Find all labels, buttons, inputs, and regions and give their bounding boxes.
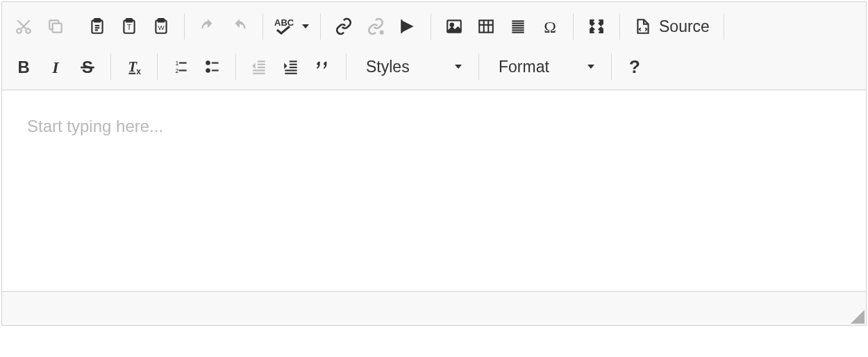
format-label: Format	[499, 58, 549, 76]
chevron-down-icon	[455, 65, 462, 69]
svg-rect-11	[126, 19, 133, 22]
horizontal-rule-icon	[509, 17, 527, 35]
resize-handle[interactable]	[851, 310, 865, 324]
separator	[320, 13, 321, 40]
rich-text-editor: T W	[1, 1, 867, 326]
svg-text:I: I	[51, 58, 59, 76]
paste-text-icon: T	[120, 17, 138, 35]
separator	[611, 53, 612, 80]
separator	[110, 53, 111, 80]
numbered-list-icon: 1 2	[172, 58, 190, 76]
svg-rect-22	[479, 20, 493, 32]
format-combo[interactable]: Format	[486, 53, 604, 81]
svg-rect-14	[158, 19, 165, 22]
source-icon	[634, 17, 652, 35]
paste-text-button[interactable]: T	[113, 10, 145, 42]
separator	[724, 13, 724, 40]
about-button[interactable]: ?	[619, 51, 651, 83]
spellcheck-button[interactable]: ABC	[270, 10, 313, 42]
horizontal-rule-button[interactable]	[502, 10, 534, 42]
italic-button[interactable]: I	[40, 51, 72, 83]
separator	[619, 13, 620, 40]
about-icon: ?	[626, 58, 644, 76]
separator	[573, 13, 574, 40]
bold-button[interactable]: B	[8, 51, 40, 83]
copy-button[interactable]	[40, 10, 72, 42]
paste-button[interactable]	[81, 10, 113, 42]
anchor-icon	[399, 17, 417, 35]
redo-button[interactable]	[224, 10, 256, 42]
unlink-button[interactable]	[360, 10, 392, 42]
bulleted-list-button[interactable]	[197, 51, 228, 83]
indent-button[interactable]	[275, 51, 307, 83]
separator	[184, 13, 185, 40]
outdent-icon	[250, 58, 268, 76]
svg-text:B: B	[17, 58, 29, 76]
svg-point-44	[206, 61, 209, 64]
link-button[interactable]	[328, 10, 360, 42]
image-button[interactable]	[438, 10, 470, 42]
remove-format-icon: T x	[125, 58, 143, 76]
separator	[235, 53, 236, 80]
table-button[interactable]	[470, 10, 502, 42]
separator	[157, 53, 158, 80]
svg-text:x: x	[136, 67, 141, 76]
source-button[interactable]: Source	[627, 10, 717, 42]
special-char-icon: Ω	[541, 17, 559, 35]
svg-point-45	[206, 69, 209, 72]
styles-label: Styles	[366, 58, 410, 76]
remove-format-button[interactable]: T x	[118, 51, 150, 83]
editor-content-area[interactable]: Start typing here...	[2, 90, 866, 292]
special-char-button[interactable]: Ω	[534, 10, 566, 42]
svg-rect-19	[401, 19, 402, 33]
styles-combo[interactable]: Styles	[353, 53, 471, 81]
maximize-icon	[587, 17, 606, 35]
editor-placeholder: Start typing here...	[27, 117, 163, 135]
paste-icon	[88, 17, 106, 35]
bulleted-list-icon	[203, 58, 222, 76]
separator	[431, 13, 431, 40]
undo-button[interactable]	[192, 10, 224, 42]
spellcheck-icon: ABC	[274, 17, 298, 35]
svg-text:ABC: ABC	[274, 17, 294, 28]
outdent-button[interactable]	[243, 51, 275, 83]
maximize-button[interactable]	[581, 10, 612, 42]
strikethrough-button[interactable]: S	[72, 51, 103, 83]
svg-point-0	[17, 28, 22, 33]
cut-button[interactable]	[8, 10, 40, 42]
strikethrough-icon: S	[78, 58, 97, 76]
unlink-icon	[367, 17, 385, 35]
copy-icon	[47, 17, 65, 35]
svg-point-21	[451, 24, 453, 26]
svg-rect-6	[94, 19, 101, 22]
chevron-down-icon	[587, 65, 594, 69]
toolbar-row-1: T W	[8, 6, 860, 47]
anchor-button[interactable]	[392, 10, 424, 42]
paste-word-button[interactable]: W	[145, 10, 177, 42]
svg-text:Ω: Ω	[544, 18, 556, 35]
svg-text:W: W	[158, 24, 165, 31]
separator	[262, 13, 263, 40]
toolbar-row-2: B I S T x	[8, 47, 860, 87]
undo-icon	[199, 17, 217, 35]
paste-word-icon: W	[152, 17, 170, 35]
link-icon	[335, 17, 353, 35]
separator	[346, 53, 347, 80]
numbered-list-button[interactable]: 1 2	[165, 51, 197, 83]
italic-icon: I	[47, 58, 65, 76]
blockquote-icon	[314, 58, 332, 76]
image-icon	[445, 17, 463, 35]
svg-point-1	[26, 28, 31, 33]
bold-icon: B	[15, 58, 33, 76]
blockquote-button[interactable]	[307, 51, 339, 83]
separator	[478, 53, 479, 80]
svg-text:1: 1	[175, 60, 178, 67]
cut-icon	[15, 17, 33, 35]
indent-icon	[282, 58, 300, 76]
editor-footer	[2, 292, 866, 325]
source-label: Source	[659, 17, 710, 36]
svg-text:?: ?	[629, 58, 640, 76]
svg-text:2: 2	[175, 67, 178, 74]
redo-icon	[231, 17, 249, 35]
chevron-down-icon	[302, 24, 309, 28]
